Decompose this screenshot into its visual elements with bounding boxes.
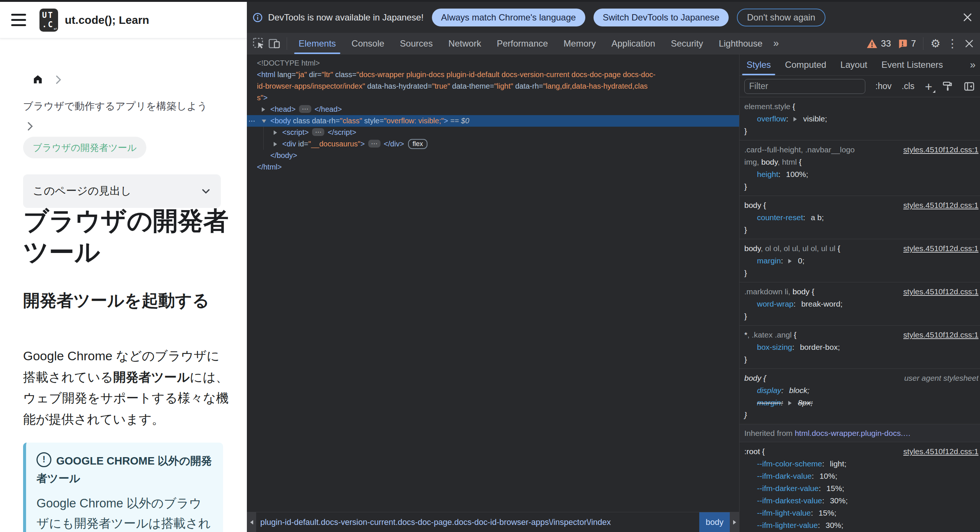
stylesheet-source-link[interactable]: styles.4510f12d.css:1 <box>903 328 978 341</box>
tab-console[interactable]: Console <box>344 33 392 54</box>
dom-tree-row[interactable]: <!DOCTYPE html> <box>247 57 739 69</box>
sidebar-more-tabs-icon[interactable]: » <box>970 59 975 71</box>
close-icon[interactable] <box>963 12 972 22</box>
css-property[interactable]: --ifm-dark-value:10%; <box>740 470 980 482</box>
dom-tree-row[interactable]: <head>⋯</head> <box>247 104 739 115</box>
expand-ellipsis-button[interactable]: ⋯ <box>299 105 311 113</box>
tab-performance[interactable]: Performance <box>489 33 555 54</box>
expand-ellipsis-button[interactable]: ⋯ <box>312 128 324 136</box>
issues-icon[interactable] <box>897 38 908 49</box>
notification-button-always-match-chrome-s-language[interactable]: Always match Chrome's language <box>432 9 585 27</box>
disclosure-right-icon[interactable] <box>274 142 277 147</box>
dom-tree-row[interactable]: </body> <box>247 150 739 161</box>
property-name: margin <box>757 256 781 265</box>
breadcrumb-scroll-right-button[interactable] <box>730 512 739 532</box>
stylesheet-source-link[interactable]: styles.4510f12d.css:1 <box>903 285 978 298</box>
expand-value-icon[interactable] <box>794 117 797 121</box>
devtools-tabbar: ElementsConsoleSourcesNetworkPerformance… <box>247 33 980 54</box>
tab-application[interactable]: Application <box>604 33 663 54</box>
chevron-right-icon <box>27 122 33 131</box>
site-logo[interactable]: UT .C ↵ <box>40 9 58 32</box>
issue-count[interactable]: 7 <box>911 38 916 49</box>
site-title[interactable]: ut.code(); Learn <box>65 14 149 27</box>
warning-count[interactable]: 33 <box>881 38 891 49</box>
close-devtools-icon[interactable] <box>964 39 974 48</box>
tab-sources[interactable]: Sources <box>392 33 441 54</box>
flex-badge[interactable]: flex <box>408 139 428 149</box>
css-property[interactable]: margin:0; <box>740 255 980 267</box>
hamburger-menu-icon[interactable] <box>11 14 26 26</box>
rule-close-brace: } <box>740 125 980 137</box>
panel-toggle-icon[interactable] <box>964 81 975 92</box>
stylesheet-source-link[interactable]: styles.4510f12d.css:1 <box>903 445 978 457</box>
css-property[interactable]: box-sizing:border-box; <box>740 341 980 353</box>
dom-tree-row[interactable]: id-browser-apps/inspector/index" data-ha… <box>247 80 739 92</box>
home-icon[interactable] <box>33 74 43 84</box>
css-property[interactable]: overflow:visible; <box>740 113 980 125</box>
settings-gear-icon[interactable]: ⚙ <box>931 38 940 49</box>
tab-security[interactable]: Security <box>663 33 711 54</box>
rule-selector[interactable]: element.style { <box>740 100 980 113</box>
sidebar-tab-event-listeners[interactable]: Event Listeners <box>874 54 950 75</box>
expand-ellipsis-button[interactable]: ⋯ <box>368 140 380 148</box>
notification-button-switch-devtools-to-japanese[interactable]: Switch DevTools to Japanese <box>593 9 729 27</box>
tab-elements[interactable]: Elements <box>291 33 344 54</box>
toc-toggle[interactable]: このページの見出し <box>23 174 221 208</box>
tab-network[interactable]: Network <box>441 33 489 54</box>
breadcrumb-item-course[interactable]: ブラウザで動作するアプリを構築しよう <box>23 99 207 113</box>
inherited-node-link[interactable]: html.docs-wrapper.plugin-docs.… <box>795 429 911 437</box>
css-property[interactable]: --ifm-darker-value:15%; <box>740 482 980 494</box>
section-heading: 開発者ツールを起動する <box>23 290 209 312</box>
callout-title: !GOOGLE CHROME 以外の開発者ツール <box>37 452 212 487</box>
css-property[interactable]: --ifm-color-scheme:light; <box>740 457 980 470</box>
stylesheet-source-link[interactable]: styles.4510f12d.css:1 <box>903 242 978 255</box>
tab-lighthouse[interactable]: Lighthouse <box>711 33 770 54</box>
css-property[interactable]: --ifm-darkest-value:30%; <box>740 494 980 507</box>
css-property[interactable]: --ifm-lighter-value:30%; <box>740 519 980 531</box>
styles-filter-input[interactable] <box>744 79 865 94</box>
css-property[interactable]: counter-reset:a b; <box>740 211 980 223</box>
row-options-icon[interactable]: ⋯ <box>248 115 256 127</box>
css-rule: body, ol ol, ol ul, ul ol, ul ul {styles… <box>740 239 980 282</box>
rendering-brush-icon[interactable] <box>942 81 953 92</box>
dom-tree-row[interactable]: <script>⋯</script> <box>247 127 739 138</box>
css-property[interactable]: word-wrap:break-word; <box>740 298 980 310</box>
dom-tree-row[interactable]: ⋯<body class data-rh="class" style="over… <box>247 115 739 127</box>
sidebar-tab-layout[interactable]: Layout <box>833 54 874 75</box>
more-tabs-icon[interactable]: » <box>773 38 778 49</box>
rule-selector[interactable]: img, body, html { <box>740 156 980 168</box>
sidebar-tab-computed[interactable]: Computed <box>778 54 833 75</box>
css-property[interactable]: --ifm-light-value:15%; <box>740 507 980 519</box>
kebab-menu-icon[interactable]: ⋮ <box>947 38 958 49</box>
dom-tree-row[interactable]: <html lang="ja" dir="ltr" class="docs-wr… <box>247 69 739 80</box>
expand-value-icon[interactable] <box>788 401 792 405</box>
breadcrumb-scroll-left-button[interactable] <box>247 512 256 532</box>
property-value: 15%; <box>827 484 845 492</box>
warnings-icon[interactable] <box>866 38 878 49</box>
device-toolbar-icon[interactable] <box>268 37 281 50</box>
sidebar-tab-styles[interactable]: Styles <box>740 54 778 75</box>
disclosure-right-icon[interactable] <box>262 107 265 112</box>
expand-value-icon[interactable] <box>788 259 792 263</box>
toggle-class[interactable]: .cls <box>901 81 915 91</box>
disclosure-right-icon[interactable] <box>274 131 277 135</box>
css-property[interactable]: height:100%; <box>740 168 980 180</box>
new-style-rule-icon[interactable]: + <box>925 81 932 92</box>
disclosure-down-icon[interactable] <box>262 119 266 123</box>
dom-tree-row[interactable]: <div id="__docusaurus">⋯</div>flex <box>247 138 739 150</box>
stylesheet-source-link[interactable]: styles.4510f12d.css:1 <box>903 143 978 156</box>
breadcrumb-item-current[interactable]: ブラウザの開発者ツール <box>23 137 146 158</box>
breadcrumb-node-path[interactable]: plugin-id-default.docs-version-current.d… <box>260 512 699 532</box>
selector-segment: { <box>791 102 795 111</box>
tab-memory[interactable]: Memory <box>556 33 604 54</box>
toggle-hover-state[interactable]: :hov <box>875 81 891 91</box>
css-property[interactable]: margin:8px; <box>740 397 980 409</box>
dom-tree-row[interactable]: </html> <box>247 161 739 173</box>
notification-button-don-t-show-again[interactable]: Don't show again <box>737 9 825 27</box>
dom-tree-row[interactable]: s"> <box>247 92 739 104</box>
stylesheet-source-link[interactable]: styles.4510f12d.css:1 <box>903 199 978 211</box>
callout-title-text: GOOGLE CHROME 以外の開発者ツール <box>37 455 212 484</box>
inspect-element-icon[interactable] <box>253 37 265 50</box>
css-property[interactable]: display:block; <box>740 384 980 397</box>
breadcrumb-node-selected[interactable]: body <box>699 512 730 532</box>
